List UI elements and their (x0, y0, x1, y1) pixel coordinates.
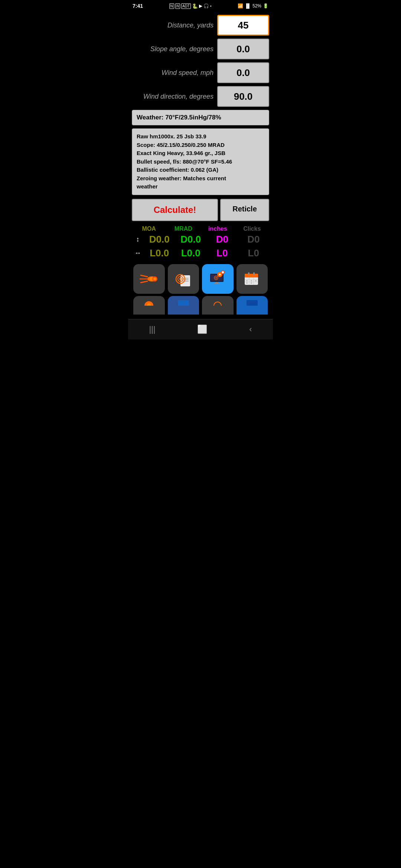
status-time: 7:41 (133, 3, 143, 9)
svg-point-25 (222, 271, 224, 273)
svg-line-4 (141, 275, 147, 277)
weather-box: Weather: 70°F/29.5inHg/78% (132, 110, 269, 125)
battery-icon: 🔋 (263, 3, 268, 9)
elevation-mrad: D0.0 (175, 234, 207, 245)
svg-rect-33 (248, 272, 250, 275)
info-line7: weather (137, 183, 264, 191)
app-icon-calendar[interactable] (237, 264, 268, 294)
youtube-icon: ▶ (199, 3, 202, 9)
wind-speed-label: Wind speed, mph (132, 69, 217, 77)
nav-back-button[interactable]: ||| (141, 323, 163, 336)
info-line1: Raw hm1000x. 25 Jsb 33.9 (137, 132, 264, 141)
windage-moa: L0.0 (144, 247, 175, 259)
header-mrad: MRAD (166, 226, 201, 232)
app-dock (132, 264, 269, 294)
svg-rect-42 (178, 300, 189, 306)
svg-rect-44 (247, 300, 258, 306)
elevation-arrow-icon: ↕ (132, 236, 144, 243)
info-line4: Bullet speed, f/s: 880@70°F SF=5.46 (137, 158, 264, 166)
results-header: MOA MRAD inches Clicks (132, 226, 269, 232)
windage-arrow-icon: ↔ (132, 249, 144, 257)
wifi-icon: 📶 (238, 3, 243, 9)
button-row: Calculate! Reticle (132, 199, 269, 221)
wind-dir-row: Wind direction, degrees 90.0 (132, 86, 269, 107)
app-icon-bullet[interactable] (133, 264, 165, 294)
status-bar: 7:41 N N ADT 🐍 ▶ 🎧 • 📶 ▐▌ 52% 🔋 (128, 0, 273, 12)
headphone-icon: 🎧 (203, 3, 209, 9)
distance-label: Distance, yards (132, 22, 217, 29)
windage-inches: L0 (206, 247, 238, 259)
info-line2: Scope: 45/2.15/0.250/0.250 MRAD (137, 141, 264, 149)
elevation-values: D0.0 D0.0 D0 D0 (144, 234, 269, 245)
nav-bar: ||| ⬜ ‹ (128, 319, 273, 339)
notch-icon-2: N (175, 3, 180, 9)
app-dock-partial (132, 296, 269, 315)
app-icon-partial-2[interactable] (168, 296, 199, 315)
snake-icon: 🐍 (192, 3, 198, 9)
svg-point-37 (255, 280, 257, 282)
info-box: Raw hm1000x. 25 Jsb 33.9 Scope: 45/2.15/… (132, 128, 269, 195)
svg-rect-17 (215, 282, 218, 283)
elevation-clicks: D0 (238, 234, 270, 245)
app-icon-partial-3[interactable] (202, 296, 234, 315)
svg-point-23 (215, 277, 217, 279)
svg-point-36 (251, 280, 252, 282)
elevation-moa: D0.0 (144, 234, 175, 245)
main-content: Distance, yards 45 Slope angle, degrees … (128, 12, 273, 318)
svg-point-38 (246, 282, 248, 284)
info-line5: Ballistic coefficient: 0.062 (GA) (137, 166, 264, 174)
wind-speed-input[interactable]: 0.0 (217, 62, 269, 83)
header-moa: MOA (132, 226, 166, 232)
windage-mrad: L0.0 (175, 247, 207, 259)
svg-point-3 (153, 277, 156, 280)
reticle-button[interactable]: Reticle (220, 199, 269, 221)
status-icons: N N ADT 🐍 ▶ 🎧 • (169, 3, 212, 9)
svg-point-21 (219, 274, 221, 275)
distance-input[interactable]: 45 (217, 15, 269, 36)
slope-label: Slope angle, degrees (132, 45, 217, 53)
windage-row: ↔ L0.0 L0.0 L0 L0 (132, 247, 269, 259)
dot-icon: • (210, 4, 212, 8)
svg-rect-34 (253, 272, 255, 275)
status-right: 📶 ▐▌ 52% 🔋 (238, 3, 268, 9)
svg-point-39 (251, 282, 252, 284)
wind-dir-input[interactable]: 90.0 (217, 86, 269, 107)
slope-input[interactable]: 0.0 (217, 39, 269, 59)
header-clicks: Clicks (235, 226, 270, 232)
distance-row: Distance, yards 45 (132, 15, 269, 36)
notch-icon-1: N (169, 3, 174, 9)
nav-home-button[interactable]: ⬜ (190, 323, 215, 336)
svg-point-35 (246, 280, 248, 282)
results-table: MOA MRAD inches Clicks ↕ D0.0 D0.0 D0 D0… (132, 226, 269, 259)
windage-values: L0.0 L0.0 L0 L0 (144, 247, 269, 259)
weather-text: Weather: 70°F/29.5inHg/78% (137, 114, 221, 121)
wind-dir-label: Wind direction, degrees (132, 93, 217, 101)
svg-rect-28 (245, 276, 258, 277)
app-icon-partial-4[interactable] (237, 296, 268, 315)
adt-icon: ADT (181, 3, 191, 9)
battery-text: 52% (252, 3, 261, 9)
wind-speed-row: Wind speed, mph 0.0 (132, 62, 269, 83)
info-line6: Zeroing weather: Matches current (137, 174, 264, 183)
nav-recents-button[interactable]: ‹ (242, 323, 259, 336)
app-icon-notes[interactable] (168, 264, 199, 294)
app-icon-partial-1[interactable] (133, 296, 165, 315)
app-icon-monitor[interactable] (202, 264, 234, 294)
windage-clicks: L0 (238, 247, 270, 259)
signal-icon: ▐▌ (245, 3, 251, 9)
svg-point-43 (214, 302, 221, 306)
elevation-inches: D0 (206, 234, 238, 245)
svg-point-14 (180, 278, 181, 279)
calculate-button[interactable]: Calculate! (132, 199, 218, 221)
elevation-row: ↕ D0.0 D0.0 D0 D0 (132, 234, 269, 245)
slope-row: Slope angle, degrees 0.0 (132, 39, 269, 59)
info-line3: Exact King Heavy, 33.946 gr., JSB (137, 149, 264, 158)
header-inches: inches (200, 226, 235, 232)
svg-line-6 (141, 281, 147, 283)
svg-rect-18 (214, 283, 220, 284)
